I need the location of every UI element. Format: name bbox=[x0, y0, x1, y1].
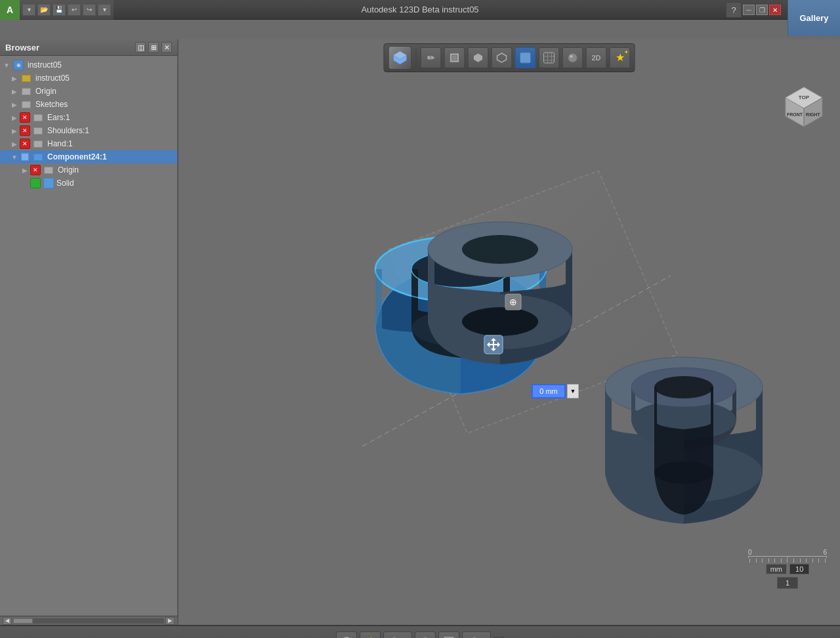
new-button[interactable]: ▾ bbox=[22, 4, 35, 16]
browser-panel: Browser ◫ ⊞ ✕ ▼ ⊕ instruct05 ▶ instruct0 bbox=[0, 39, 178, 625]
open-button[interactable]: 📂 bbox=[37, 4, 51, 16]
scroll-thumb[interactable] bbox=[13, 618, 33, 624]
pencil-tool-button[interactable]: ✏ bbox=[421, 47, 442, 68]
tree-item-hand1[interactable]: ▶ ✕ Hand:1 bbox=[0, 137, 177, 150]
ruler-value: 10 bbox=[789, 564, 809, 574]
box-view-button[interactable] bbox=[438, 631, 459, 638]
minimize-button[interactable]: ─ bbox=[743, 5, 755, 15]
tree-item-instruct05[interactable]: ▼ ⊕ instruct05 bbox=[0, 58, 177, 72]
browser-header-icons: ◫ ⊞ ✕ bbox=[135, 42, 172, 53]
close-button[interactable]: ✕ bbox=[769, 5, 781, 15]
svg-rect-7 bbox=[544, 53, 555, 63]
expand-icon[interactable]: ▶ bbox=[10, 74, 18, 82]
scroll-left[interactable]: ◀ bbox=[3, 617, 12, 625]
svg-point-44 bbox=[654, 461, 713, 484]
3d-home-button[interactable] bbox=[388, 46, 412, 70]
ears-error-icon: ✕ bbox=[20, 112, 30, 123]
more-button[interactable]: ▾ bbox=[98, 4, 111, 16]
save-button[interactable]: 💾 bbox=[52, 4, 66, 16]
svg-rect-6 bbox=[520, 53, 531, 63]
tree-label-ears1: Ears:1 bbox=[47, 113, 70, 122]
root-icon: ⊕ bbox=[13, 60, 24, 70]
ribbon-toolbar: ✏ bbox=[384, 39, 635, 75]
front-view-button[interactable] bbox=[444, 47, 465, 68]
svg-point-43 bbox=[654, 376, 713, 398]
solid-blue-icon bbox=[43, 178, 54, 188]
tree-item-sketches[interactable]: ▶ Sketches bbox=[0, 98, 177, 111]
tree-item-origin1[interactable]: ▶ Origin bbox=[0, 85, 177, 98]
expand-icon[interactable]: ▶ bbox=[21, 166, 29, 174]
walk-button[interactable] bbox=[415, 631, 436, 638]
2d-button[interactable]: 2D bbox=[586, 47, 607, 68]
solid-shading-button[interactable] bbox=[515, 47, 536, 68]
zoom-fit-button[interactable]: + bbox=[383, 631, 412, 638]
tree-label-component24: Component24:1 bbox=[47, 152, 107, 161]
gallery-tab[interactable]: Gallery bbox=[788, 0, 840, 36]
hand-folder-icon bbox=[33, 138, 43, 149]
bottom-toolbar: ✋ + bbox=[0, 625, 840, 638]
expand-icon[interactable]: ▶ bbox=[10, 127, 18, 135]
viewport: ✏ bbox=[178, 39, 840, 625]
gallery-label: Gallery bbox=[799, 13, 828, 23]
browser-header: Browser ◫ ⊞ ✕ bbox=[0, 39, 177, 56]
expand-icon[interactable]: ▶ bbox=[10, 114, 18, 121]
ruler-label-mid: 6 bbox=[823, 549, 827, 556]
tree-item-origin2[interactable]: ▶ ✕ Origin bbox=[0, 163, 177, 177]
tree-item-ears1[interactable]: ▶ ✕ Ears:1 bbox=[0, 111, 177, 124]
quick-access-toolbar: ▾ 📂 💾 ↩ ↪ ▾ bbox=[20, 0, 114, 20]
svg-point-33 bbox=[462, 235, 538, 264]
scroll-right[interactable]: ▶ bbox=[165, 617, 175, 625]
iso-view-button[interactable] bbox=[468, 47, 489, 68]
tree-label-solid: Solid bbox=[56, 179, 74, 188]
sketches-folder-icon bbox=[21, 99, 32, 110]
tree-item-shoulders1[interactable]: ▶ ✕ Shoulders:1 bbox=[0, 124, 177, 137]
expand-icon[interactable]: ▶ bbox=[10, 100, 18, 108]
app-logo: A bbox=[0, 0, 20, 20]
svg-point-13 bbox=[570, 55, 573, 58]
component-icon bbox=[20, 152, 30, 162]
look-around-button[interactable]: ▾ bbox=[462, 631, 491, 638]
solid-green-icon bbox=[30, 178, 41, 188]
svg-rect-3 bbox=[452, 55, 457, 60]
origin2-error-icon: ✕ bbox=[30, 165, 41, 175]
undo-button[interactable]: ↩ bbox=[68, 4, 81, 16]
dimension-input-area: ▼ bbox=[532, 384, 579, 398]
browser-scrollbar[interactable]: ◀ ▶ bbox=[0, 616, 177, 625]
dimension-dropdown[interactable]: ▼ bbox=[567, 384, 579, 398]
browser-close-icon[interactable]: ✕ bbox=[161, 42, 172, 53]
pan-button[interactable]: ✋ bbox=[360, 631, 381, 638]
tree-item-component24[interactable]: ▼ Component24:1 bbox=[0, 150, 177, 163]
origin-folder-icon bbox=[21, 86, 32, 96]
wireframe-button[interactable] bbox=[539, 47, 560, 68]
orbit-button[interactable] bbox=[336, 631, 357, 638]
expand-icon[interactable]: ▼ bbox=[10, 153, 18, 161]
ruler-labels: 0 6 bbox=[748, 549, 827, 556]
dimension-input[interactable] bbox=[532, 384, 566, 398]
svg-point-34 bbox=[462, 307, 538, 336]
3d-scene: ⊕ bbox=[178, 39, 840, 625]
tree-label-shoulders1: Shoulders:1 bbox=[47, 126, 89, 135]
component-folder-icon bbox=[33, 152, 43, 162]
help-button[interactable]: ? bbox=[726, 2, 742, 18]
tree-item-solid[interactable]: ▶ Solid bbox=[0, 177, 177, 190]
expand-icon[interactable]: ▶ bbox=[10, 87, 18, 95]
folder-icon bbox=[21, 73, 32, 83]
browser-collapse-icon[interactable]: ◫ bbox=[135, 42, 146, 53]
material-button[interactable] bbox=[562, 47, 583, 68]
tree-label-instruct05: instruct05 bbox=[28, 60, 62, 70]
browser-expand-icon[interactable]: ⊞ bbox=[148, 42, 159, 53]
tree-item-named-views[interactable]: ▶ instruct05 bbox=[0, 72, 177, 85]
hand-error-icon: ✕ bbox=[20, 138, 30, 149]
redo-button[interactable]: ↪ bbox=[83, 4, 96, 16]
restore-button[interactable]: ❐ bbox=[756, 5, 768, 15]
effects-button[interactable]: ★ ✦ bbox=[610, 47, 631, 68]
back-view-button[interactable] bbox=[492, 47, 513, 68]
ribbon-sep1 bbox=[416, 49, 417, 67]
expand-icon[interactable]: ▶ bbox=[10, 140, 18, 148]
scroll-track[interactable] bbox=[13, 618, 164, 624]
ruler-unit-label: mm bbox=[766, 564, 787, 574]
expand-icon[interactable]: ▼ bbox=[3, 61, 10, 69]
tree-label-hand1: Hand:1 bbox=[47, 139, 73, 148]
svg-marker-5 bbox=[497, 53, 507, 62]
tree-label-origin1: Origin bbox=[35, 87, 56, 96]
